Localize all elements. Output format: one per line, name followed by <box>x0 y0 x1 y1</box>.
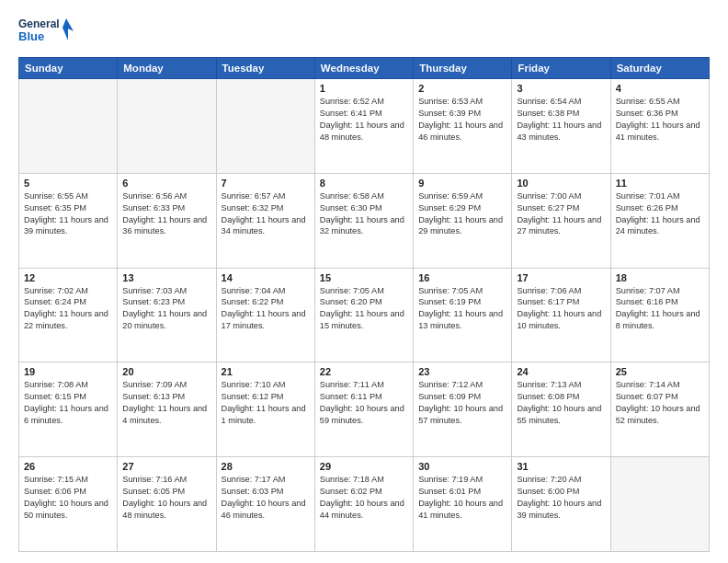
cell-content: Sunrise: 7:20 AM Sunset: 6:00 PM Dayligh… <box>517 474 605 522</box>
day-number: 6 <box>122 178 210 189</box>
calendar-header-row: SundayMondayTuesdayWednesdayThursdayFrid… <box>19 58 710 79</box>
col-header-monday: Monday <box>118 58 216 79</box>
day-number: 11 <box>616 178 704 189</box>
day-number: 25 <box>616 366 704 377</box>
calendar-cell: 29Sunrise: 7:18 AM Sunset: 6:02 PM Dayli… <box>314 457 413 552</box>
day-number: 24 <box>517 366 605 377</box>
calendar-cell: 7Sunrise: 6:57 AM Sunset: 6:32 PM Daylig… <box>216 173 314 268</box>
cell-content: Sunrise: 6:57 AM Sunset: 6:32 PM Dayligh… <box>222 190 310 238</box>
calendar-cell: 21Sunrise: 7:10 AM Sunset: 6:12 PM Dayli… <box>216 362 314 457</box>
calendar-cell: 3Sunrise: 6:54 AM Sunset: 6:38 PM Daylig… <box>512 79 610 174</box>
calendar-cell: 8Sunrise: 6:58 AM Sunset: 6:30 PM Daylig… <box>314 173 413 268</box>
cell-content: Sunrise: 7:14 AM Sunset: 6:07 PM Dayligh… <box>616 379 704 427</box>
cell-content: Sunrise: 7:02 AM Sunset: 6:24 PM Dayligh… <box>24 285 112 333</box>
calendar-cell: 31Sunrise: 7:20 AM Sunset: 6:00 PM Dayli… <box>512 457 610 552</box>
cell-content: Sunrise: 7:04 AM Sunset: 6:22 PM Dayligh… <box>222 285 310 333</box>
day-number: 30 <box>418 461 506 472</box>
day-number: 22 <box>320 366 408 377</box>
day-number: 3 <box>517 83 605 94</box>
day-number: 28 <box>222 461 310 472</box>
col-header-wednesday: Wednesday <box>314 58 413 79</box>
calendar-cell: 17Sunrise: 7:06 AM Sunset: 6:17 PM Dayli… <box>512 268 610 362</box>
calendar-cell <box>610 457 709 552</box>
calendar-cell: 19Sunrise: 7:08 AM Sunset: 6:15 PM Dayli… <box>19 362 118 457</box>
day-number: 1 <box>320 83 408 94</box>
week-row-4: 26Sunrise: 7:15 AM Sunset: 6:06 PM Dayli… <box>19 457 710 552</box>
week-row-1: 5Sunrise: 6:55 AM Sunset: 6:35 PM Daylig… <box>19 173 710 268</box>
calendar-cell <box>216 79 314 174</box>
day-number: 29 <box>320 461 408 472</box>
cell-content: Sunrise: 6:55 AM Sunset: 6:36 PM Dayligh… <box>616 96 704 144</box>
col-header-thursday: Thursday <box>414 58 512 79</box>
svg-text:General: General <box>18 17 60 30</box>
col-header-saturday: Saturday <box>610 58 709 79</box>
day-number: 14 <box>222 272 310 283</box>
cell-content: Sunrise: 6:53 AM Sunset: 6:39 PM Dayligh… <box>418 96 506 144</box>
day-number: 26 <box>24 461 112 472</box>
cell-content: Sunrise: 7:17 AM Sunset: 6:03 PM Dayligh… <box>222 474 310 522</box>
cell-content: Sunrise: 7:01 AM Sunset: 6:26 PM Dayligh… <box>616 190 704 238</box>
cell-content: Sunrise: 6:56 AM Sunset: 6:33 PM Dayligh… <box>122 190 210 238</box>
calendar-cell: 22Sunrise: 7:11 AM Sunset: 6:11 PM Dayli… <box>314 362 413 457</box>
day-number: 8 <box>320 178 408 189</box>
day-number: 21 <box>222 366 310 377</box>
day-number: 27 <box>122 461 210 472</box>
week-row-3: 19Sunrise: 7:08 AM Sunset: 6:15 PM Dayli… <box>19 362 710 457</box>
cell-content: Sunrise: 7:19 AM Sunset: 6:01 PM Dayligh… <box>418 474 506 522</box>
cell-content: Sunrise: 7:18 AM Sunset: 6:02 PM Dayligh… <box>320 474 408 522</box>
cell-content: Sunrise: 7:06 AM Sunset: 6:17 PM Dayligh… <box>517 285 605 333</box>
calendar-cell: 14Sunrise: 7:04 AM Sunset: 6:22 PM Dayli… <box>216 268 314 362</box>
calendar-cell: 30Sunrise: 7:19 AM Sunset: 6:01 PM Dayli… <box>414 457 512 552</box>
week-row-2: 12Sunrise: 7:02 AM Sunset: 6:24 PM Dayli… <box>19 268 710 362</box>
calendar-cell: 27Sunrise: 7:16 AM Sunset: 6:05 PM Dayli… <box>118 457 216 552</box>
calendar-cell: 2Sunrise: 6:53 AM Sunset: 6:39 PM Daylig… <box>414 79 512 174</box>
calendar-cell: 11Sunrise: 7:01 AM Sunset: 6:26 PM Dayli… <box>610 173 709 268</box>
cell-content: Sunrise: 7:13 AM Sunset: 6:08 PM Dayligh… <box>517 379 605 427</box>
day-number: 13 <box>122 272 210 283</box>
calendar-cell: 24Sunrise: 7:13 AM Sunset: 6:08 PM Dayli… <box>512 362 610 457</box>
calendar-cell <box>19 79 118 174</box>
cell-content: Sunrise: 7:07 AM Sunset: 6:16 PM Dayligh… <box>616 285 704 333</box>
day-number: 4 <box>616 83 704 94</box>
cell-content: Sunrise: 7:05 AM Sunset: 6:20 PM Dayligh… <box>320 285 408 333</box>
day-number: 23 <box>418 366 506 377</box>
calendar-cell: 9Sunrise: 6:59 AM Sunset: 6:29 PM Daylig… <box>414 173 512 268</box>
calendar-cell: 23Sunrise: 7:12 AM Sunset: 6:09 PM Dayli… <box>414 362 512 457</box>
day-number: 7 <box>222 178 310 189</box>
cell-content: Sunrise: 7:08 AM Sunset: 6:15 PM Dayligh… <box>24 379 112 427</box>
cell-content: Sunrise: 7:15 AM Sunset: 6:06 PM Dayligh… <box>24 474 112 522</box>
calendar-cell: 25Sunrise: 7:14 AM Sunset: 6:07 PM Dayli… <box>610 362 709 457</box>
header: General Blue <box>18 15 710 48</box>
col-header-friday: Friday <box>512 58 610 79</box>
calendar-cell: 4Sunrise: 6:55 AM Sunset: 6:36 PM Daylig… <box>610 79 709 174</box>
cell-content: Sunrise: 7:16 AM Sunset: 6:05 PM Dayligh… <box>122 474 210 522</box>
day-number: 20 <box>122 366 210 377</box>
cell-content: Sunrise: 6:54 AM Sunset: 6:38 PM Dayligh… <box>517 96 605 144</box>
calendar-cell: 28Sunrise: 7:17 AM Sunset: 6:03 PM Dayli… <box>216 457 314 552</box>
svg-text:Blue: Blue <box>18 29 44 43</box>
logo-svg: General Blue <box>18 15 74 48</box>
page: General Blue SundayMondayTuesdayWednesda… <box>0 0 728 563</box>
cell-content: Sunrise: 7:03 AM Sunset: 6:23 PM Dayligh… <box>122 285 210 333</box>
cell-content: Sunrise: 6:55 AM Sunset: 6:35 PM Dayligh… <box>24 190 112 238</box>
cell-content: Sunrise: 7:05 AM Sunset: 6:19 PM Dayligh… <box>418 285 506 333</box>
calendar-cell <box>118 79 216 174</box>
calendar-cell: 13Sunrise: 7:03 AM Sunset: 6:23 PM Dayli… <box>118 268 216 362</box>
day-number: 12 <box>24 272 112 283</box>
day-number: 19 <box>24 366 112 377</box>
svg-marker-2 <box>63 18 74 40</box>
day-number: 17 <box>517 272 605 283</box>
calendar-cell: 10Sunrise: 7:00 AM Sunset: 6:27 PM Dayli… <box>512 173 610 268</box>
cell-content: Sunrise: 7:10 AM Sunset: 6:12 PM Dayligh… <box>222 379 310 427</box>
calendar-cell: 1Sunrise: 6:52 AM Sunset: 6:41 PM Daylig… <box>314 79 413 174</box>
day-number: 10 <box>517 178 605 189</box>
calendar-cell: 26Sunrise: 7:15 AM Sunset: 6:06 PM Dayli… <box>19 457 118 552</box>
calendar-cell: 12Sunrise: 7:02 AM Sunset: 6:24 PM Dayli… <box>19 268 118 362</box>
calendar-cell: 16Sunrise: 7:05 AM Sunset: 6:19 PM Dayli… <box>414 268 512 362</box>
day-number: 2 <box>418 83 506 94</box>
calendar-cell: 20Sunrise: 7:09 AM Sunset: 6:13 PM Dayli… <box>118 362 216 457</box>
cell-content: Sunrise: 7:11 AM Sunset: 6:11 PM Dayligh… <box>320 379 408 427</box>
calendar-cell: 15Sunrise: 7:05 AM Sunset: 6:20 PM Dayli… <box>314 268 413 362</box>
day-number: 9 <box>418 178 506 189</box>
calendar-table: SundayMondayTuesdayWednesdayThursdayFrid… <box>18 57 710 552</box>
